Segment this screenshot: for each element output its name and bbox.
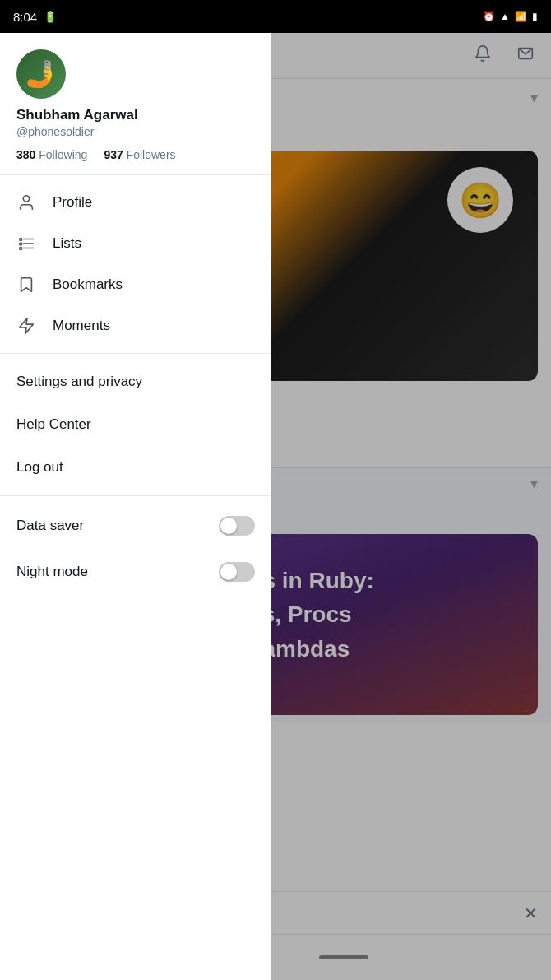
data-saver-label: Data saver (16, 518, 84, 534)
svg-rect-7 (20, 248, 22, 250)
logout-menu-item[interactable]: Log out (0, 446, 271, 489)
moments-menu-label: Moments (53, 318, 110, 334)
menu-item-moments[interactable]: Moments (0, 305, 271, 346)
alarm-icon: ⏰ (483, 11, 495, 22)
bookmark-icon (16, 276, 36, 294)
night-mode-toggle-item: Night mode (0, 549, 271, 595)
followers-count: 937 (104, 148, 123, 161)
profile-handle: @phonesoldier (16, 125, 255, 138)
status-time: 8:04 (13, 10, 37, 24)
menu-item-profile[interactable]: Profile (0, 182, 271, 223)
status-bar-right: ⏰ ▲ 📶 ▮ (483, 11, 538, 22)
following-stat[interactable]: 380 Following (16, 148, 87, 161)
avatar[interactable]: 🤳 (16, 49, 66, 99)
following-count: 380 (16, 148, 35, 161)
following-label: Following (39, 148, 87, 161)
data-saver-knob (220, 518, 237, 534)
settings-label: Settings and privacy (16, 374, 142, 389)
text-menu-section: Settings and privacy Help Center Log out (0, 354, 271, 496)
settings-menu-item[interactable]: Settings and privacy (0, 360, 271, 403)
help-label: Help Center (16, 416, 91, 432)
svg-marker-8 (20, 318, 34, 333)
profile-section: 🤳 Shubham Agarwal @phonesoldier 380 Foll… (0, 33, 271, 175)
sidebar-drawer: 🤳 Shubham Agarwal @phonesoldier 380 Foll… (0, 33, 271, 980)
status-bar-left: 8:04 🔋 (13, 10, 57, 24)
wifi-icon: ▲ (500, 11, 510, 22)
list-icon (16, 235, 36, 253)
profile-name: Shubham Agarwal (16, 107, 255, 123)
toggle-section: Data saver Night mode (0, 496, 271, 601)
profile-menu-label: Profile (53, 194, 92, 211)
lists-menu-label: Lists (53, 235, 81, 252)
menu-item-lists[interactable]: Lists (0, 223, 271, 264)
follow-stats: 380 Following 937 Followers (16, 148, 255, 161)
avatar-emoji: 🤳 (25, 58, 58, 90)
logout-label: Log out (16, 459, 63, 475)
status-bar: 8:04 🔋 ⏰ ▲ 📶 ▮ (0, 0, 551, 33)
night-mode-label: Night mode (16, 564, 88, 580)
battery-full-icon: ▮ (532, 11, 538, 22)
help-menu-item[interactable]: Help Center (0, 403, 271, 446)
svg-rect-6 (20, 243, 22, 245)
data-saver-toggle-item: Data saver (0, 503, 271, 549)
icon-menu-section: Profile Lists Boo (0, 175, 271, 354)
night-mode-toggle[interactable] (219, 562, 255, 582)
svg-rect-5 (20, 239, 22, 241)
night-mode-knob (220, 564, 237, 580)
followers-label: Followers (127, 148, 176, 161)
menu-item-bookmarks[interactable]: Bookmarks (0, 264, 271, 305)
bookmarks-menu-label: Bookmarks (53, 276, 123, 293)
bolt-icon (16, 317, 36, 335)
svg-point-1 (23, 196, 29, 202)
followers-stat[interactable]: 937 Followers (104, 148, 175, 161)
data-saver-toggle[interactable] (219, 516, 255, 536)
signal-icon: 📶 (515, 11, 527, 22)
person-icon (16, 193, 36, 211)
battery-icon: 🔋 (44, 11, 57, 23)
